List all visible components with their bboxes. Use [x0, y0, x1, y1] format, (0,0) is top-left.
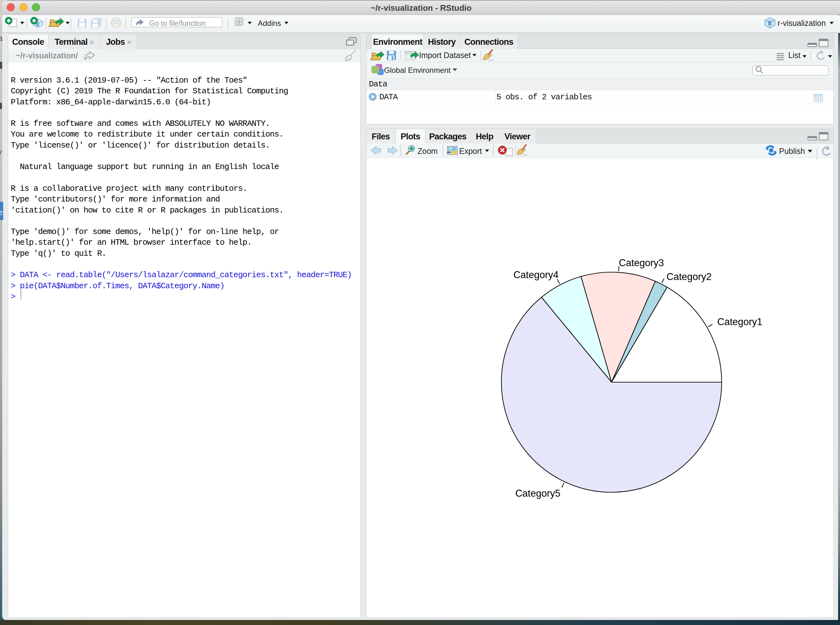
svg-text:Category5: Category5 — [515, 488, 560, 499]
svg-text:Category3: Category3 — [619, 257, 664, 268]
svg-text:Category4: Category4 — [513, 269, 558, 280]
svg-text:Category1: Category1 — [717, 316, 762, 327]
svg-text:Category2: Category2 — [667, 271, 712, 282]
